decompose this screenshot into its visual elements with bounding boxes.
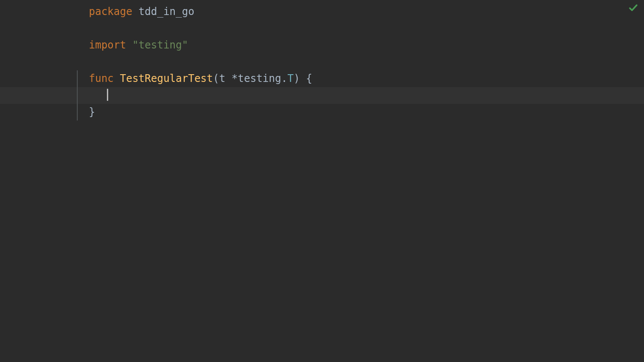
analysis-ok-icon[interactable]: [629, 3, 638, 15]
import-string: "testing": [126, 39, 188, 51]
code-line-2[interactable]: [0, 20, 644, 37]
code-content: [79, 54, 89, 70]
code-line-5[interactable]: func TestRegularTest(t *testing.T) {: [0, 70, 644, 87]
keyword-import: import: [89, 39, 126, 51]
gutter: [0, 3, 79, 20]
code-editor[interactable]: package tdd_in_go import "testing" func …: [0, 0, 644, 121]
brace-open: {: [300, 72, 312, 84]
type-name: T: [287, 72, 293, 84]
package-name: tdd_in_go: [132, 6, 194, 18]
function-name: TestRegularTest: [120, 72, 213, 84]
gutter: [0, 37, 79, 54]
space: [114, 72, 120, 84]
star-op: *: [231, 72, 237, 84]
code-line-6-current[interactable]: [0, 87, 644, 104]
paren-open: (: [213, 72, 219, 84]
gutter: [0, 20, 79, 37]
gutter: [0, 54, 79, 70]
code-content: [79, 20, 89, 37]
keyword-func: func: [89, 72, 114, 84]
code-content: package tdd_in_go: [79, 3, 194, 20]
gutter: [0, 87, 79, 104]
paren-close: ): [294, 72, 300, 84]
function-scope-marker: [77, 87, 78, 104]
code-content: import "testing": [79, 37, 188, 54]
checkmark-icon: [629, 3, 638, 13]
code-line-7[interactable]: }: [0, 104, 644, 121]
pkg-ref: testing: [238, 72, 281, 84]
param-name: t: [219, 72, 231, 84]
function-scope-marker: [77, 104, 78, 121]
keyword-package: package: [89, 6, 132, 18]
code-line-1[interactable]: package tdd_in_go: [0, 3, 644, 20]
function-scope-marker: [77, 70, 78, 87]
gutter: [0, 104, 79, 121]
code-content: [79, 87, 108, 104]
code-line-3[interactable]: import "testing": [0, 37, 644, 54]
text-cursor: [107, 89, 108, 101]
dot: .: [281, 72, 287, 84]
brace-close: }: [89, 106, 95, 118]
gutter: [0, 70, 79, 87]
code-content: func TestRegularTest(t *testing.T) {: [79, 70, 312, 87]
code-line-4[interactable]: [0, 54, 644, 70]
code-content: }: [79, 104, 95, 121]
